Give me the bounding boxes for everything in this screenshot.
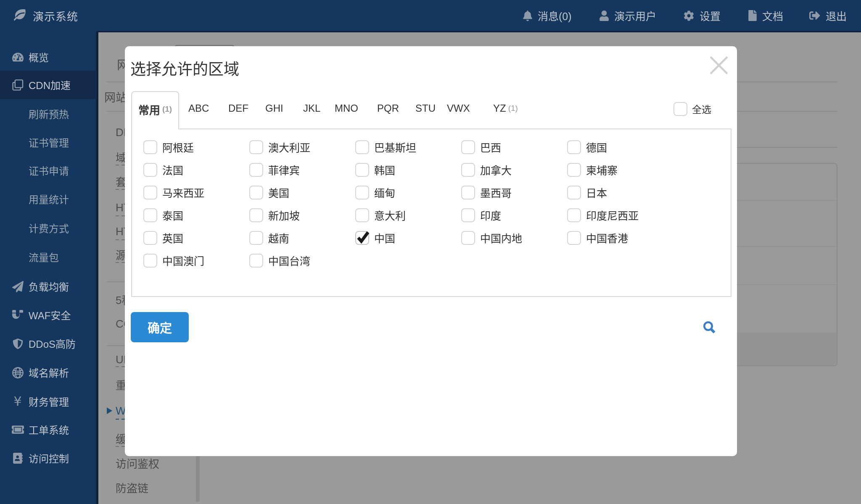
select-all[interactable]: 全选: [673, 102, 711, 116]
sidebar-item-证书管理[interactable]: 证书管理: [0, 128, 97, 157]
region-option-加拿大[interactable]: 加拿大: [461, 163, 512, 177]
region-option-越南[interactable]: 越南: [249, 231, 289, 245]
region-checkbox[interactable]: [249, 163, 263, 177]
sidebar-item-刷新预热[interactable]: 刷新预热: [0, 100, 97, 128]
region-option-墨西哥[interactable]: 墨西哥: [461, 185, 512, 200]
region-checkbox[interactable]: [249, 186, 263, 200]
tab-PQR[interactable]: PQR: [377, 91, 399, 129]
region-option-巴西[interactable]: 巴西: [461, 140, 501, 154]
region-option-德国[interactable]: 德国: [567, 140, 607, 154]
region-checkbox[interactable]: [355, 208, 369, 222]
region-option-法国[interactable]: 法国: [143, 163, 183, 177]
close-icon[interactable]: [710, 56, 728, 74]
topbar-item-user[interactable]: 演示用户: [614, 0, 656, 31]
region-option-新加坡[interactable]: 新加坡: [249, 208, 300, 222]
region-checkbox[interactable]: [461, 140, 475, 154]
region-checkbox[interactable]: [143, 163, 157, 177]
tab-DEF[interactable]: DEF: [228, 91, 248, 129]
sidebar-item-工单系统[interactable]: 工单系统: [0, 415, 97, 444]
region-option-澳大利亚[interactable]: 澳大利亚: [249, 140, 310, 154]
region-option-印度[interactable]: 印度: [461, 208, 501, 222]
sidebar-item-负载均衡[interactable]: 负载均衡: [0, 272, 97, 301]
region-checkbox[interactable]: [143, 140, 157, 154]
sidebar-item-label: 流量包: [29, 249, 59, 264]
region-checkbox[interactable]: [249, 254, 263, 268]
bell-icon: [523, 10, 532, 21]
region-option-阿根廷[interactable]: 阿根廷: [143, 140, 194, 154]
confirm-button[interactable]: 确定: [131, 312, 189, 342]
region-option-美国[interactable]: 美国: [249, 185, 289, 200]
region-label: 韩国: [374, 162, 395, 177]
region-option-中国[interactable]: 中国: [355, 231, 395, 245]
region-option-缅甸[interactable]: 缅甸: [355, 185, 395, 200]
tab-VWX[interactable]: VWX: [447, 91, 470, 129]
sidebar-item-访问控制[interactable]: 访问控制: [0, 444, 97, 472]
sidebar-item-DDoS高防[interactable]: DDoS高防: [0, 329, 97, 358]
tab-MNO[interactable]: MNO: [335, 91, 358, 129]
tab-label: VWX: [447, 102, 470, 114]
sidebar-item-WAF安全[interactable]: WAF安全: [0, 301, 97, 329]
tab-ABC[interactable]: ABC: [188, 91, 209, 129]
region-checkbox[interactable]: [567, 163, 581, 177]
region-checkbox[interactable]: [461, 163, 475, 177]
sidebar-item-域名解析[interactable]: 域名解析: [0, 358, 97, 387]
region-option-菲律宾[interactable]: 菲律宾: [249, 163, 300, 177]
region-checkbox[interactable]: [461, 186, 475, 200]
tab-STU[interactable]: STU: [415, 91, 436, 129]
search-button[interactable]: [703, 321, 719, 338]
region-checkbox[interactable]: [143, 186, 157, 200]
region-option-中国香港[interactable]: 中国香港: [567, 231, 628, 245]
tab-JKL[interactable]: JKL: [303, 91, 320, 129]
region-checkbox[interactable]: [143, 208, 157, 222]
sidebar-item-流量包[interactable]: 流量包: [0, 243, 97, 271]
region-option-泰国[interactable]: 泰国: [143, 208, 183, 222]
topbar-item-bell[interactable]: 消息(0): [538, 0, 572, 31]
region-checkbox[interactable]: [461, 231, 475, 245]
region-label: 菲律宾: [268, 162, 300, 177]
sidebar-item-财务管理[interactable]: ¥ 财务管理: [0, 387, 97, 416]
region-checkbox[interactable]: [249, 140, 263, 154]
tab-YZ[interactable]: YZ(1): [493, 91, 518, 129]
region-checkbox[interactable]: [355, 231, 369, 245]
region-option-韩国[interactable]: 韩国: [355, 163, 395, 177]
sidebar-item-证书申请[interactable]: 证书申请: [0, 156, 97, 185]
region-checkbox[interactable]: [567, 231, 581, 245]
select-all-checkbox[interactable]: [673, 102, 687, 116]
region-option-意大利[interactable]: 意大利: [355, 208, 406, 222]
region-option-柬埔寨[interactable]: 柬埔寨: [567, 163, 618, 177]
topbar-item-gear[interactable]: 设置: [700, 0, 721, 31]
region-checkbox[interactable]: [249, 231, 263, 245]
region-option-中国内地[interactable]: 中国内地: [461, 231, 522, 245]
sidebar-item-计费方式[interactable]: 计费方式: [0, 214, 97, 242]
region-label: 中国: [374, 230, 395, 245]
tab-常用[interactable]: 常用(1): [131, 91, 179, 129]
topbar: 演示系统 消息(0) 演示用户 设置 文档 退出: [0, 0, 861, 31]
tab-GHI[interactable]: GHI: [265, 91, 283, 129]
region-checkbox[interactable]: [355, 163, 369, 177]
region-label: 日本: [586, 185, 607, 200]
region-option-英国[interactable]: 英国: [143, 231, 183, 245]
sidebar-item-用量统计[interactable]: 用量统计: [0, 185, 97, 213]
region-checkbox[interactable]: [355, 140, 369, 154]
region-option-马来西亚[interactable]: 马来西亚: [143, 185, 204, 200]
copy-icon: [11, 79, 24, 91]
region-checkbox[interactable]: [355, 186, 369, 200]
sidebar-item-label: 刷新预热: [29, 106, 69, 121]
region-checkbox[interactable]: [143, 231, 157, 245]
topbar-item-document[interactable]: 文档: [762, 0, 783, 31]
region-checkbox[interactable]: [143, 254, 157, 268]
region-option-中国台湾[interactable]: 中国台湾: [249, 253, 310, 268]
region-checkbox[interactable]: [461, 208, 475, 222]
region-checkbox[interactable]: [567, 186, 581, 200]
sidebar-item-概览[interactable]: 概览: [0, 43, 97, 71]
region-checkbox[interactable]: [249, 208, 263, 222]
region-option-印度尼西亚[interactable]: 印度尼西亚: [567, 208, 639, 222]
region-checkbox[interactable]: [567, 140, 581, 154]
region-option-中国澳门[interactable]: 中国澳门: [143, 253, 204, 268]
brand[interactable]: 演示系统: [13, 0, 78, 31]
region-option-巴基斯坦[interactable]: 巴基斯坦: [355, 140, 416, 154]
topbar-item-logout[interactable]: 退出: [826, 0, 847, 31]
sidebar-item-CDN加速[interactable]: CDN加速: [0, 71, 97, 99]
region-checkbox[interactable]: [567, 208, 581, 222]
region-option-日本[interactable]: 日本: [567, 185, 607, 200]
